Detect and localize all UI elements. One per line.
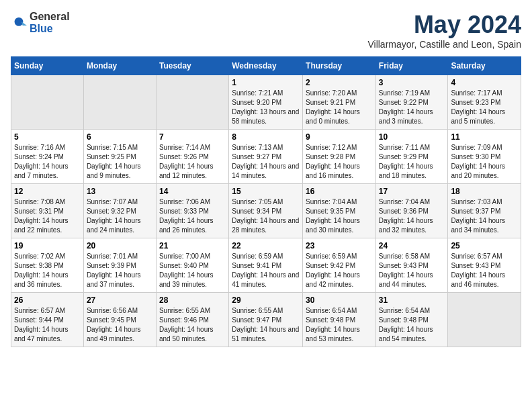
day-info: Sunrise: 6:57 AM Sunset: 9:44 PM Dayligh…: [14, 306, 81, 344]
day-info: Sunrise: 7:02 AM Sunset: 9:38 PM Dayligh…: [14, 252, 81, 289]
day-info: Sunrise: 6:54 AM Sunset: 9:48 PM Dayligh…: [379, 306, 445, 344]
calendar-cell: 21Sunrise: 7:00 AM Sunset: 9:40 PM Dayli…: [156, 238, 228, 293]
day-info: Sunrise: 7:06 AM Sunset: 9:33 PM Dayligh…: [159, 197, 226, 235]
calendar-header-row: SundayMondayTuesdayWednesdayThursdayFrid…: [11, 57, 521, 75]
day-header-thursday: Thursday: [303, 57, 376, 75]
calendar-cell: 22Sunrise: 6:59 AM Sunset: 9:41 PM Dayli…: [229, 238, 303, 293]
calendar-cell: 30Sunrise: 6:54 AM Sunset: 9:48 PM Dayli…: [303, 293, 376, 347]
calendar-cell: 9Sunrise: 7:12 AM Sunset: 9:28 PM Daylig…: [303, 130, 376, 184]
day-number: 27: [87, 295, 153, 305]
day-number: 7: [159, 132, 226, 142]
calendar-cell: 8Sunrise: 7:13 AM Sunset: 9:27 PM Daylig…: [229, 130, 303, 184]
svg-marker-1: [21, 21, 27, 26]
calendar-cell: 13Sunrise: 7:07 AM Sunset: 9:32 PM Dayli…: [83, 184, 156, 238]
day-info: Sunrise: 6:59 AM Sunset: 9:42 PM Dayligh…: [306, 252, 373, 289]
week-row-3: 12Sunrise: 7:08 AM Sunset: 9:31 PM Dayli…: [11, 184, 521, 238]
calendar-cell: 24Sunrise: 6:58 AM Sunset: 9:43 PM Dayli…: [375, 238, 448, 293]
day-info: Sunrise: 6:58 AM Sunset: 9:43 PM Dayligh…: [379, 252, 445, 289]
calendar-cell: 28Sunrise: 6:55 AM Sunset: 9:46 PM Dayli…: [156, 293, 228, 347]
day-info: Sunrise: 6:54 AM Sunset: 9:48 PM Dayligh…: [306, 306, 373, 344]
week-row-4: 19Sunrise: 7:02 AM Sunset: 9:38 PM Dayli…: [11, 238, 521, 293]
calendar-cell: [448, 293, 521, 347]
day-header-saturday: Saturday: [448, 57, 521, 75]
day-number: 14: [159, 187, 226, 196]
week-row-2: 5Sunrise: 7:16 AM Sunset: 9:24 PM Daylig…: [11, 130, 521, 184]
day-info: Sunrise: 7:17 AM Sunset: 9:23 PM Dayligh…: [451, 89, 518, 126]
day-number: 21: [159, 241, 226, 250]
day-header-tuesday: Tuesday: [156, 57, 228, 75]
day-info: Sunrise: 7:05 AM Sunset: 9:34 PM Dayligh…: [232, 197, 300, 235]
calendar-cell: 20Sunrise: 7:01 AM Sunset: 9:39 PM Dayli…: [83, 238, 156, 293]
calendar-cell: 1Sunrise: 7:21 AM Sunset: 9:20 PM Daylig…: [229, 75, 303, 130]
calendar-cell: 12Sunrise: 7:08 AM Sunset: 9:31 PM Dayli…: [11, 184, 84, 238]
day-info: Sunrise: 7:00 AM Sunset: 9:40 PM Dayligh…: [159, 252, 226, 289]
calendar-cell: 23Sunrise: 6:59 AM Sunset: 9:42 PM Dayli…: [303, 238, 376, 293]
day-info: Sunrise: 7:09 AM Sunset: 9:30 PM Dayligh…: [451, 143, 518, 181]
day-info: Sunrise: 6:55 AM Sunset: 9:47 PM Dayligh…: [232, 306, 300, 344]
day-number: 29: [232, 295, 300, 305]
subtitle: Villarmayor, Castille and Leon, Spain: [367, 39, 521, 50]
calendar-cell: 29Sunrise: 6:55 AM Sunset: 9:47 PM Dayli…: [229, 293, 303, 347]
day-info: Sunrise: 6:55 AM Sunset: 9:46 PM Dayligh…: [159, 306, 226, 344]
calendar-cell: [156, 75, 228, 130]
calendar-cell: [83, 75, 156, 130]
day-number: 11: [451, 132, 518, 142]
day-number: 5: [14, 132, 81, 142]
header: General Blue May 2024 Villarmayor, Casti…: [11, 11, 521, 50]
calendar-table: SundayMondayTuesdayWednesdayThursdayFrid…: [11, 56, 521, 347]
calendar-cell: 11Sunrise: 7:09 AM Sunset: 9:30 PM Dayli…: [448, 130, 521, 184]
day-header-sunday: Sunday: [11, 57, 84, 75]
day-info: Sunrise: 7:08 AM Sunset: 9:31 PM Dayligh…: [14, 197, 81, 235]
week-row-1: 1Sunrise: 7:21 AM Sunset: 9:20 PM Daylig…: [11, 75, 521, 130]
day-info: Sunrise: 6:56 AM Sunset: 9:45 PM Dayligh…: [87, 306, 153, 344]
day-info: Sunrise: 7:07 AM Sunset: 9:32 PM Dayligh…: [87, 197, 153, 235]
day-number: 31: [379, 295, 445, 305]
calendar-body: 1Sunrise: 7:21 AM Sunset: 9:20 PM Daylig…: [11, 75, 521, 347]
day-info: Sunrise: 7:19 AM Sunset: 9:22 PM Dayligh…: [379, 89, 445, 126]
title-area: May 2024 Villarmayor, Castille and Leon,…: [367, 11, 521, 50]
day-info: Sunrise: 7:04 AM Sunset: 9:36 PM Dayligh…: [379, 197, 445, 235]
calendar-cell: 19Sunrise: 7:02 AM Sunset: 9:38 PM Dayli…: [11, 238, 84, 293]
calendar-cell: 26Sunrise: 6:57 AM Sunset: 9:44 PM Dayli…: [11, 293, 84, 347]
main-title: May 2024: [367, 11, 521, 39]
day-info: Sunrise: 6:57 AM Sunset: 9:43 PM Dayligh…: [451, 252, 518, 289]
calendar-cell: [11, 75, 84, 130]
calendar-cell: 25Sunrise: 6:57 AM Sunset: 9:43 PM Dayli…: [448, 238, 521, 293]
day-number: 6: [87, 132, 153, 142]
logo-general-text: General: [30, 11, 70, 22]
week-row-5: 26Sunrise: 6:57 AM Sunset: 9:44 PM Dayli…: [11, 293, 521, 347]
calendar-cell: 17Sunrise: 7:04 AM Sunset: 9:36 PM Dayli…: [375, 184, 448, 238]
day-number: 2: [306, 78, 373, 87]
day-number: 24: [379, 241, 445, 250]
day-info: Sunrise: 7:01 AM Sunset: 9:39 PM Dayligh…: [87, 252, 153, 289]
day-header-wednesday: Wednesday: [229, 57, 303, 75]
day-number: 25: [451, 241, 518, 250]
day-number: 30: [306, 295, 373, 305]
day-number: 3: [379, 78, 445, 87]
calendar-cell: 27Sunrise: 6:56 AM Sunset: 9:45 PM Dayli…: [83, 293, 156, 347]
day-number: 17: [379, 187, 445, 196]
day-info: Sunrise: 7:11 AM Sunset: 9:29 PM Dayligh…: [379, 143, 445, 181]
calendar-cell: 5Sunrise: 7:16 AM Sunset: 9:24 PM Daylig…: [11, 130, 84, 184]
svg-point-0: [15, 17, 24, 26]
day-info: Sunrise: 7:04 AM Sunset: 9:35 PM Dayligh…: [306, 197, 373, 235]
calendar-cell: 2Sunrise: 7:20 AM Sunset: 9:21 PM Daylig…: [303, 75, 376, 130]
day-number: 20: [87, 241, 153, 250]
day-number: 1: [232, 78, 300, 87]
day-info: Sunrise: 7:03 AM Sunset: 9:37 PM Dayligh…: [451, 197, 518, 235]
logo: General Blue: [11, 11, 70, 35]
calendar-cell: 16Sunrise: 7:04 AM Sunset: 9:35 PM Dayli…: [303, 184, 376, 238]
day-info: Sunrise: 7:20 AM Sunset: 9:21 PM Dayligh…: [306, 89, 373, 126]
calendar-cell: 3Sunrise: 7:19 AM Sunset: 9:22 PM Daylig…: [375, 75, 448, 130]
day-info: Sunrise: 7:13 AM Sunset: 9:27 PM Dayligh…: [232, 143, 300, 181]
day-info: Sunrise: 6:59 AM Sunset: 9:41 PM Dayligh…: [232, 252, 300, 289]
calendar-cell: 18Sunrise: 7:03 AM Sunset: 9:37 PM Dayli…: [448, 184, 521, 238]
day-number: 28: [159, 295, 226, 305]
day-number: 16: [306, 187, 373, 196]
day-number: 22: [232, 241, 300, 250]
day-number: 13: [87, 187, 153, 196]
day-header-monday: Monday: [83, 57, 156, 75]
calendar-cell: 15Sunrise: 7:05 AM Sunset: 9:34 PM Dayli…: [229, 184, 303, 238]
day-info: Sunrise: 7:15 AM Sunset: 9:25 PM Dayligh…: [87, 143, 153, 181]
day-number: 18: [451, 187, 518, 196]
